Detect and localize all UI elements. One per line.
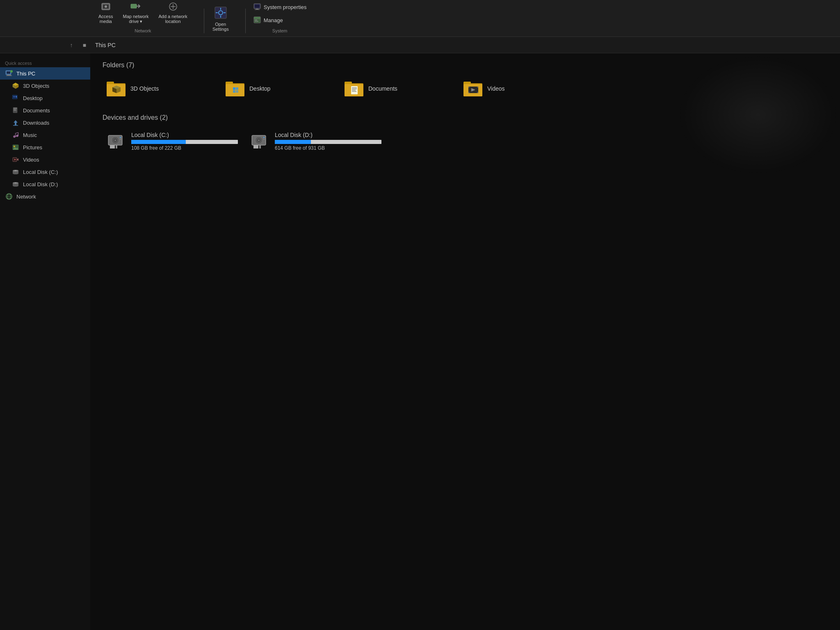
drive-d-icon: [250, 131, 270, 151]
svg-rect-86: [352, 90, 356, 91]
drive-item-c[interactable]: Local Disk (C:) 108 GB free of 222 GB: [103, 128, 242, 154]
system-group-label: System: [272, 28, 288, 33]
desktop-label: Desktop: [23, 95, 43, 101]
main-layout: Quick access This PC: [0, 53, 840, 630]
folder-desktop-icon: [226, 79, 245, 98]
network-label: Network: [16, 194, 36, 200]
local-disk-d-label: Local Disk (D:): [23, 181, 58, 187]
network-icon: [5, 192, 13, 201]
back-button[interactable]: ↑: [66, 39, 77, 51]
folder-documents-icon: [345, 79, 364, 98]
sidebar-item-desktop[interactable]: Desktop: [0, 92, 90, 104]
3d-objects-label: 3D Objects: [23, 83, 49, 89]
svg-rect-17: [255, 9, 260, 10]
svg-point-48: [14, 146, 15, 147]
folder-documents-label: Documents: [368, 85, 397, 92]
sidebar-item-3d-objects[interactable]: 3D Objects: [0, 80, 90, 92]
system-properties-button[interactable]: System properties: [250, 1, 310, 13]
sidebar-item-downloads[interactable]: Downloads: [0, 116, 90, 129]
sidebar-item-this-pc[interactable]: This PC: [0, 67, 90, 80]
svg-rect-15: [255, 5, 260, 8]
svg-rect-3: [131, 4, 137, 8]
access-media-icon: [99, 0, 112, 13]
map-network-drive-label: Map network drive ▾: [123, 14, 148, 24]
svg-rect-78: [233, 90, 235, 93]
svg-rect-87: [352, 91, 356, 92]
add-network-location-label: Add a network location: [158, 14, 187, 24]
local-disk-d-icon: [11, 180, 20, 188]
music-icon: [11, 131, 20, 139]
drive-c-bar: [131, 140, 238, 144]
folder-item-documents[interactable]: Documents: [340, 75, 455, 102]
this-pc-icon: [5, 69, 13, 78]
sidebar-item-pictures[interactable]: Pictures: [0, 141, 90, 153]
svg-rect-25: [6, 75, 12, 76]
svg-rect-95: [477, 87, 478, 88]
svg-rect-93: [468, 87, 470, 88]
folder-desktop-label: Desktop: [249, 85, 270, 92]
svg-rect-20: [255, 20, 257, 21]
drive-d-info: Local Disk (D:) 614 GB free of 931 GB: [275, 132, 381, 151]
svg-rect-84: [352, 87, 357, 88]
network-group-label: Network: [135, 28, 151, 33]
svg-rect-111: [263, 137, 265, 138]
open-settings-button[interactable]: Open Settings: [208, 3, 233, 33]
svg-rect-77: [236, 87, 238, 90]
add-network-location-button[interactable]: Add a network location: [154, 0, 191, 26]
folder-videos-icon: [463, 79, 483, 98]
svg-point-101: [115, 140, 116, 141]
svg-rect-113: [253, 145, 258, 148]
folder-item-3d-objects[interactable]: 3D Objects: [103, 75, 217, 102]
forward-button[interactable]: ■: [79, 39, 90, 51]
svg-rect-94: [468, 92, 470, 93]
drive-d-bar-fill: [275, 140, 311, 144]
svg-marker-51: [17, 158, 18, 161]
toolbar-settings-group: Open Settings: [208, 3, 233, 33]
sidebar-item-music[interactable]: Music: [0, 129, 90, 141]
svg-rect-102: [120, 137, 121, 138]
system-properties-icon: [253, 3, 261, 11]
svg-rect-76: [233, 87, 235, 90]
sidebar-item-network[interactable]: Network: [0, 190, 90, 203]
manage-button[interactable]: Manage: [250, 14, 310, 26]
drive-c-space: 108 GB free of 222 GB: [131, 145, 238, 151]
drive-item-d[interactable]: Local Disk (D:) 614 GB free of 931 GB: [246, 128, 386, 154]
drive-d-name: Local Disk (D:): [275, 132, 381, 138]
svg-line-46: [16, 132, 18, 133]
svg-rect-112: [263, 139, 265, 139]
toolbar: Access media Map network drive ▾: [0, 0, 840, 37]
pictures-icon: [11, 143, 20, 151]
address-bar: ↑ ■ This PC: [0, 37, 840, 53]
folder-item-desktop[interactable]: Desktop: [221, 75, 336, 102]
folder-item-videos[interactable]: Videos: [459, 75, 574, 102]
svg-point-110: [258, 140, 260, 141]
sidebar-item-local-disk-d[interactable]: Local Disk (D:): [0, 178, 90, 190]
drive-c-icon: [107, 131, 126, 151]
svg-rect-79: [236, 90, 238, 93]
access-media-label: Access media: [98, 14, 113, 24]
toolbar-separator-2: [245, 9, 246, 33]
folder-videos-label: Videos: [487, 85, 505, 92]
toolbar-network-group: Access media Map network drive ▾: [94, 0, 192, 33]
music-label: Music: [23, 132, 37, 138]
sidebar-item-documents[interactable]: Documents: [0, 104, 90, 116]
sidebar-item-videos[interactable]: Videos: [0, 153, 90, 166]
downloads-icon: [11, 119, 20, 127]
access-media-button[interactable]: Access media: [94, 0, 117, 26]
svg-point-61: [14, 183, 17, 183]
toolbar-system-group: System properties Manage System: [250, 1, 310, 33]
3d-objects-icon: [11, 82, 20, 90]
map-network-drive-button[interactable]: Map network drive ▾: [119, 0, 153, 26]
sidebar-item-local-disk-c[interactable]: Local Disk (C:): [0, 166, 90, 178]
pictures-label: Pictures: [23, 144, 42, 151]
drive-d-space: 614 GB free of 931 GB: [275, 145, 381, 151]
svg-point-2: [105, 5, 107, 8]
svg-point-57: [14, 170, 17, 171]
quick-access-label: Quick access: [0, 57, 90, 67]
svg-point-26: [10, 70, 13, 73]
manage-icon: [253, 16, 261, 24]
folder-3d-objects-label: 3D Objects: [130, 85, 159, 92]
svg-rect-38: [14, 110, 16, 111]
system-buttons-container: System properties Manage: [250, 1, 310, 27]
svg-rect-19: [254, 17, 260, 19]
